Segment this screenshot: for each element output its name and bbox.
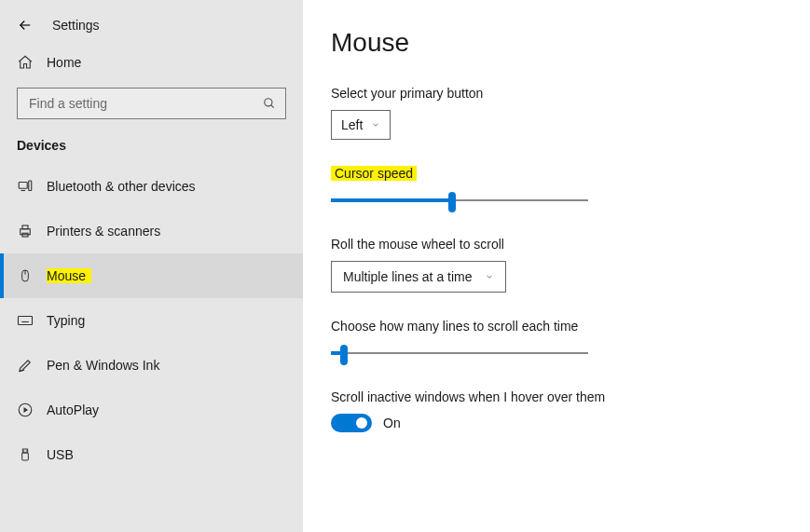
svg-rect-5: [21, 229, 31, 235]
sidebar-item-label: USB: [47, 447, 74, 462]
usb-icon: [17, 446, 34, 463]
devices-icon: [17, 178, 34, 195]
lines-slider[interactable]: [331, 343, 588, 365]
sidebar-item-label: Bluetooth & other devices: [47, 179, 196, 194]
toggle-row: On: [331, 414, 754, 432]
primary-button-label: Select your primary button: [331, 86, 754, 101]
scroll-label: Roll the mouse wheel to scroll: [331, 237, 754, 252]
svg-point-0: [265, 99, 272, 106]
sidebar: Settings Home Devices Bluetooth & other …: [0, 0, 303, 532]
toggle-knob: [356, 417, 367, 429]
slider-thumb[interactable]: [340, 345, 348, 365]
sidebar-item-mouse[interactable]: Mouse: [0, 253, 303, 298]
autoplay-icon: [17, 402, 34, 418]
toggle-state-label: On: [383, 416, 401, 430]
cursor-speed-label: Cursor speed: [331, 166, 754, 181]
cursor-speed-slider[interactable]: [331, 190, 588, 212]
scroll-select[interactable]: Multiple lines at a time: [331, 261, 506, 293]
sidebar-item-label: Typing: [47, 313, 85, 328]
svg-rect-6: [22, 225, 28, 229]
svg-rect-18: [22, 449, 27, 453]
slider-track: [331, 352, 588, 354]
content: Mouse Select your primary button Left Cu…: [303, 0, 810, 532]
sidebar-item-label: Printers & scanners: [47, 224, 160, 239]
search-input[interactable]: [27, 95, 239, 112]
sidebar-item-autoplay[interactable]: AutoPlay: [0, 388, 303, 432]
sidebar-item-label: AutoPlay: [47, 402, 99, 417]
page-title: Mouse: [331, 28, 754, 58]
header-row: Settings: [0, 17, 303, 54]
primary-button-value: Left: [341, 117, 363, 132]
sidebar-item-printers[interactable]: Printers & scanners: [0, 209, 303, 253]
sidebar-item-typing[interactable]: Typing: [0, 298, 303, 343]
nav-list: Bluetooth & other devices Printers & sca…: [0, 164, 303, 477]
category-header: Devices: [0, 138, 303, 164]
slider-fill: [331, 198, 452, 202]
sidebar-item-bluetooth[interactable]: Bluetooth & other devices: [0, 164, 303, 209]
svg-rect-10: [19, 317, 33, 325]
sidebar-item-label: Mouse: [47, 268, 91, 283]
slider-thumb[interactable]: [448, 192, 456, 212]
printer-icon: [17, 223, 34, 239]
pen-icon: [17, 357, 34, 374]
svg-rect-3: [29, 181, 32, 191]
svg-line-1: [271, 105, 274, 108]
svg-rect-2: [19, 183, 27, 189]
sidebar-item-usb[interactable]: USB: [0, 432, 303, 477]
home-label: Home: [47, 55, 81, 70]
chevron-down-icon: [371, 120, 380, 130]
search-icon: [263, 97, 276, 110]
scroll-value: Multiple lines at a time: [343, 269, 473, 284]
svg-rect-19: [22, 453, 29, 460]
home-link[interactable]: Home: [0, 54, 303, 88]
scroll-inactive-toggle[interactable]: [331, 414, 372, 432]
inactive-label: Scroll inactive windows when I hover ove…: [331, 389, 754, 404]
mouse-icon: [17, 267, 34, 284]
back-icon[interactable]: [17, 17, 34, 34]
svg-marker-17: [24, 407, 29, 413]
search-box[interactable]: [17, 88, 286, 119]
lines-label: Choose how many lines to scroll each tim…: [331, 319, 754, 334]
chevron-down-icon: [485, 272, 494, 281]
keyboard-icon: [17, 314, 34, 327]
settings-title: Settings: [52, 18, 100, 33]
primary-button-select[interactable]: Left: [331, 110, 391, 140]
sidebar-item-label: Pen & Windows Ink: [47, 358, 159, 373]
home-icon: [17, 54, 34, 71]
sidebar-item-pen[interactable]: Pen & Windows Ink: [0, 343, 303, 388]
